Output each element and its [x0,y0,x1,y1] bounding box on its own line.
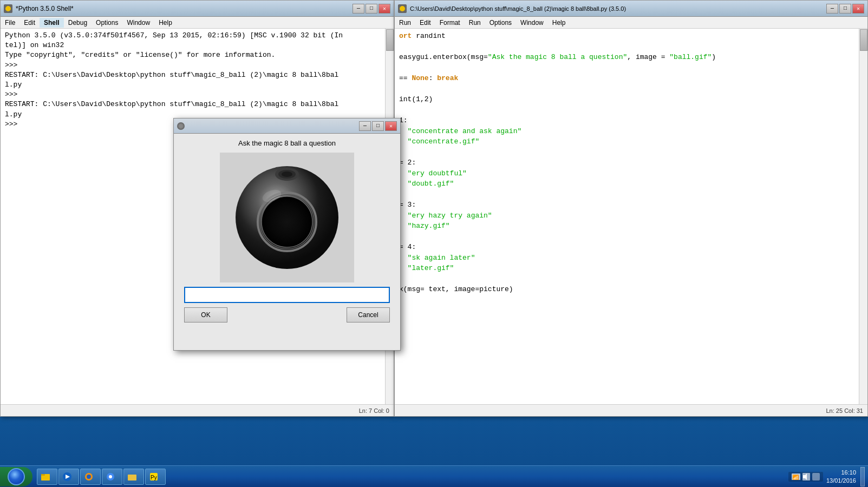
dialog-ok-button[interactable]: OK [184,307,227,323]
taskbar-file-explorer[interactable] [37,469,57,485]
editor-scrollbar-thumb[interactable] [860,29,867,51]
taskbar-chrome[interactable] [102,469,122,485]
shell-menu-shell[interactable]: Shell [40,18,64,28]
editor-menu-edit[interactable]: Edit [415,18,435,28]
taskbar-python[interactable]: Py [145,469,166,485]
shell-line-6: l.py [5,80,383,90]
shell-close-button[interactable]: ✕ [378,4,390,14]
dialog-close-button[interactable]: ✕ [385,121,397,131]
editor-line-9: 1: [399,115,857,126]
notification-icon [812,473,820,481]
editor-titlebar-icon [398,4,407,13]
shell-line-5: RESTART: C:\Users\David\Desktop\python s… [5,70,383,80]
shell-menu-file[interactable]: File [1,18,19,28]
editor-statusbar: Ln: 25 Col: 31 [395,404,867,416]
shell-menu-help[interactable]: Help [154,18,177,28]
shell-menu-window[interactable]: Window [122,18,154,28]
editor-line-12 [399,147,857,158]
svg-marker-24 [803,473,807,480]
editor-titlebar[interactable]: C:\Users\David\Desktop\python stuff\magi… [395,1,867,17]
shell-titlebar[interactable]: *Python 3.5.0 Shell* — □ ✕ [1,1,394,17]
editor-line-8 [399,105,857,116]
editor-window: C:\Users\David\Desktop\python stuff\magi… [394,0,868,417]
clock-time: 16:10 [826,469,856,476]
editor-line-17: = 3: [399,200,857,210]
desktop: *Python 3.5.0 Shell* — □ ✕ File Edit She… [0,0,868,487]
editor-line-24 [399,274,857,285]
svg-point-6 [282,172,292,177]
editor-menu-window[interactable]: Window [516,18,548,28]
svg-point-19 [109,475,112,478]
shell-statusbar: Ln: 7 Col: 0 [1,404,394,416]
dialog-titlebar[interactable]: — □ ✕ [174,119,400,134]
clock: 16:10 13/01/2016 [826,469,856,484]
editor-line-10: "concentrate and ask again" [399,126,857,137]
dialog-body: Ask the magic 8 ball a question [174,134,400,350]
taskbar-right: 📶 16:10 13/01/2016 [785,467,868,486]
dialog-titlebar-buttons: — □ ✕ [359,121,397,131]
editor-line-21: = 4: [399,242,857,253]
dialog-minimize-button[interactable]: — [359,121,371,131]
shell-titlebar-buttons: — □ ✕ [353,4,390,14]
windows-orb [8,468,25,485]
editor-scrollbar[interactable] [859,29,867,404]
editor-line-15: "doubt.gif" [399,179,857,189]
shell-maximize-button[interactable]: □ [366,4,377,14]
editor-menu-format[interactable]: Format [435,18,465,28]
taskbar: Py 📶 16:10 13/01/2016 [0,465,868,487]
shell-menu-debug[interactable]: Debug [64,18,92,28]
editor-menu-run2[interactable]: Run [465,18,485,28]
dialog-title-icon [177,122,185,130]
shell-titlebar-icon [4,4,12,13]
editor-title: C:\Users\David\Desktop\python stuff\magi… [410,5,826,12]
editor-menubar: Run Edit Format Run Options Window Help [395,17,867,29]
editor-line-4 [399,63,857,74]
shell-minimize-button[interactable]: — [353,4,364,14]
editor-line-5: == None: break [399,73,857,84]
show-desktop-button[interactable] [860,467,865,486]
dialog-maximize-button[interactable]: □ [372,121,384,131]
svg-point-17 [87,475,91,479]
editor-line-2 [399,42,857,52]
shell-status-text: Ln: 7 Col: 0 [359,407,389,414]
editor-line-18: "ery hazy try again" [399,210,857,221]
clock-date: 13/01/2016 [826,477,856,484]
dialog-image-area [220,153,354,282]
shell-menubar: File Edit Shell Debug Options Window Hel… [1,17,394,29]
shell-scrollbar-thumb[interactable] [386,29,394,51]
editor-menu-run[interactable]: Run [395,18,415,28]
svg-point-0 [5,6,11,11]
dialog-window: — □ ✕ Ask the magic 8 ball a question [173,118,401,351]
svg-rect-13 [41,474,45,476]
svg-point-1 [400,6,405,11]
shell-menu-edit[interactable]: Edit [19,18,40,28]
dialog-cancel-button[interactable]: Cancel [347,307,390,323]
editor-menu-help[interactable]: Help [548,18,570,28]
taskbar-folder[interactable] [123,469,144,485]
editor-menu-options[interactable]: Options [485,18,516,28]
editor-titlebar-buttons: — □ ✕ [826,4,864,14]
editor-line-19: "hazy.gif" [399,221,857,232]
magic-8-ball-image [233,163,341,272]
editor-minimize-button[interactable]: — [826,4,838,14]
shell-line-2: tel)] on win32 [5,41,383,50]
start-button[interactable] [0,467,32,486]
shell-line-3: Type "copyright", "credits" or "license(… [5,50,383,60]
editor-status-text: Ln: 25 Col: 31 [826,407,864,414]
taskbar-firefox[interactable] [80,469,101,485]
network-icon: 📶 [792,473,800,480]
editor-line-23: "later.gif" [399,263,857,274]
svg-text:Py: Py [151,475,157,481]
shell-line-1: Python 3.5.0 (v3.5.0:374f501f4567, Sep 1… [5,31,383,41]
shell-menu-options[interactable]: Options [92,18,122,28]
editor-close-button[interactable]: ✕ [852,4,864,14]
svg-rect-25 [812,473,820,481]
editor-maximize-button[interactable]: □ [839,4,851,14]
dialog-prompt-text: Ask the magic 8 ball a question [238,139,336,147]
editor-line-3: easygui.enterbox(msg="Ask the magic 8 ba… [399,52,857,63]
taskbar-media-player[interactable] [58,469,79,485]
dialog-question-input[interactable] [184,287,390,303]
editor-content: ort randint easygui.enterbox(msg="Ask th… [395,29,867,404]
svg-text:📶: 📶 [792,474,799,480]
system-tray: 📶 [788,472,823,482]
